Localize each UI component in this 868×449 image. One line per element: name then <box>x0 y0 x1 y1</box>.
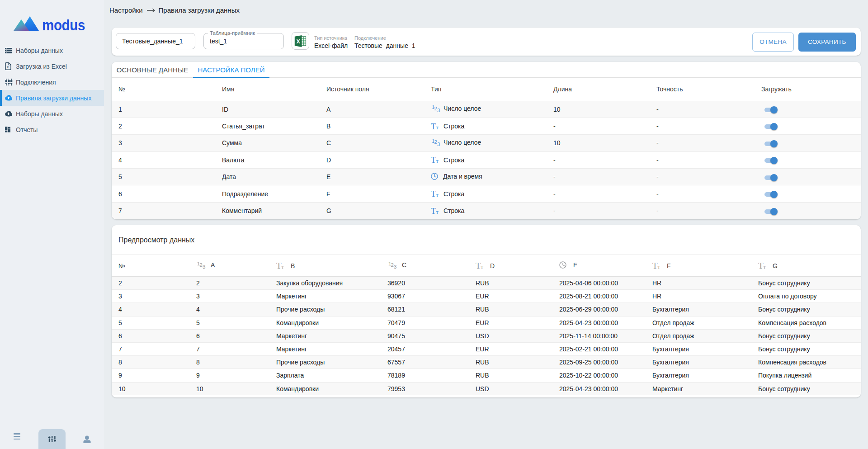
svg-text:X: X <box>296 38 300 45</box>
svg-text:x: x <box>7 65 9 69</box>
svg-text:modus: modus <box>42 16 85 31</box>
